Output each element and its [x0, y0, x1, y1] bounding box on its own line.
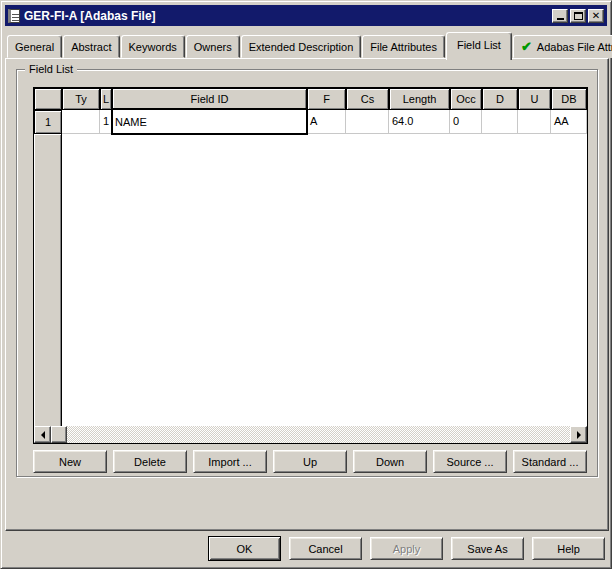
standard-button[interactable]: Standard ...	[513, 450, 587, 473]
col-header-u: U	[518, 88, 551, 110]
tab-adabas-file-attributes[interactable]: ✔Adabas File Attributes	[513, 35, 612, 58]
tab-label: Abstract	[71, 41, 111, 53]
tab-abstract[interactable]: Abstract	[63, 35, 119, 58]
tab-panel: Field List Ty L Field ID F Cs Length Occ…	[5, 58, 609, 531]
tab-field-list[interactable]: Field List	[446, 32, 512, 60]
scroll-left-button[interactable]	[34, 426, 51, 443]
maximize-icon	[574, 12, 583, 20]
col-header-occ: Occ	[450, 88, 482, 110]
scroll-right-button[interactable]	[570, 426, 587, 443]
col-header-db: DB	[551, 88, 587, 110]
tab-label: File Attributes	[370, 41, 437, 53]
apply-button: Apply	[370, 537, 443, 560]
col-header-ty: Ty	[62, 88, 100, 110]
row-header-stub	[34, 134, 62, 428]
tab-label: Keywords	[129, 41, 177, 53]
tab-extended-description[interactable]: Extended Description	[241, 35, 362, 58]
col-header-d: D	[482, 88, 518, 110]
field-list-groupbox: Field List Ty L Field ID F Cs Length Occ…	[16, 69, 598, 477]
row-number-cell[interactable]: 1	[34, 110, 62, 134]
horizontal-scrollbar	[34, 426, 587, 443]
cell-cs[interactable]	[346, 110, 389, 134]
green-checkmark-icon: ✔	[521, 39, 532, 54]
grid-header-row: Ty L Field ID F Cs Length Occ D U DB	[34, 88, 587, 110]
tab-label: Adabas File Attributes	[537, 41, 612, 53]
tab-label: General	[15, 41, 54, 53]
cell-db[interactable]: AA	[551, 110, 587, 134]
col-header-field-id: Field ID	[112, 88, 307, 110]
cell-length[interactable]: 64.0	[389, 110, 450, 134]
document-list-icon	[8, 9, 20, 23]
new-button[interactable]: New	[33, 450, 107, 473]
save-as-button[interactable]: Save As	[451, 537, 524, 560]
tab-owners[interactable]: Owners	[186, 35, 240, 58]
tab-general[interactable]: General	[7, 35, 62, 58]
help-button[interactable]: Help	[532, 537, 605, 560]
source-button[interactable]: Source ...	[433, 450, 507, 473]
minimize-button[interactable]	[552, 9, 568, 23]
up-button[interactable]: Up	[273, 450, 347, 473]
tab-file-attributes[interactable]: File Attributes	[362, 35, 445, 58]
cell-d[interactable]	[482, 110, 518, 134]
delete-button[interactable]: Delete	[113, 450, 187, 473]
window-title: GER-FI-A [Adabas File]	[24, 9, 550, 23]
col-header-f: F	[307, 88, 346, 110]
cancel-button[interactable]: Cancel	[289, 537, 362, 560]
cell-u[interactable]	[518, 110, 551, 134]
cell-f[interactable]: A	[307, 110, 346, 134]
field-grid: Ty L Field ID F Cs Length Occ D U DB 1 1	[33, 87, 588, 444]
ok-button[interactable]: OK	[208, 536, 281, 561]
scroll-right-icon	[577, 431, 581, 439]
field-id-input[interactable]	[111, 108, 308, 135]
col-header-l: L	[100, 88, 112, 110]
groupbox-legend: Field List	[25, 63, 77, 76]
dialog-button-row: OK Cancel Apply Save As Help	[208, 536, 605, 561]
cell-field-id	[112, 110, 307, 134]
tab-label: Extended Description	[249, 41, 354, 53]
scrollbar-thumb[interactable]	[51, 426, 67, 443]
table-row: 1 1 A 64.0 0 AA	[34, 110, 587, 134]
cell-occ[interactable]: 0	[450, 110, 482, 134]
tab-keywords[interactable]: Keywords	[121, 35, 185, 58]
import-button[interactable]: Import ...	[193, 450, 267, 473]
col-header-length: Length	[389, 88, 450, 110]
titlebar[interactable]: GER-FI-A [Adabas File] ✕	[5, 5, 607, 26]
cell-ty[interactable]	[62, 110, 100, 134]
tab-label: Owners	[194, 41, 232, 53]
field-actions-row: New Delete Import ... Up Down Source ...…	[33, 450, 587, 473]
maximize-button[interactable]	[570, 9, 586, 23]
close-button[interactable]: ✕	[588, 9, 604, 23]
tab-bar: General Abstract Keywords Owners Extende…	[7, 32, 612, 58]
close-icon: ✕	[592, 11, 600, 21]
dialog-window: GER-FI-A [Adabas File] ✕ General Abstrac…	[0, 0, 612, 569]
scrollbar-track[interactable]	[67, 426, 570, 443]
minimize-icon	[557, 18, 564, 20]
col-header-rownum	[34, 88, 62, 110]
col-header-cs: Cs	[346, 88, 389, 110]
down-button[interactable]: Down	[353, 450, 427, 473]
scroll-left-icon	[41, 431, 45, 439]
tab-label: Field List	[457, 39, 501, 51]
